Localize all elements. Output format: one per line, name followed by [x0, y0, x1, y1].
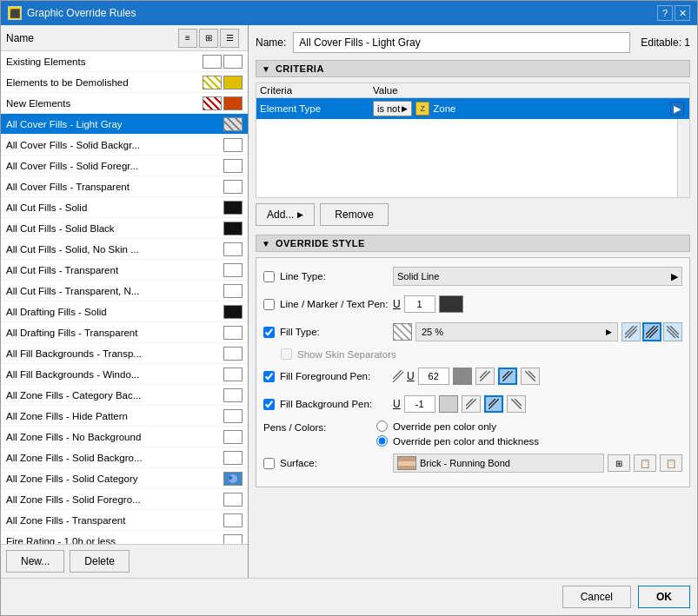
- surface-brick-icon: [397, 456, 416, 470]
- cancel-button[interactable]: Cancel: [562, 586, 631, 608]
- line-marker-row: Line / Marker / Text Pen: U 1: [263, 293, 682, 315]
- ok-button[interactable]: OK: [638, 586, 690, 608]
- list-item[interactable]: All Cut Fills - Transparent: [1, 260, 248, 281]
- surface-icon-btn1[interactable]: ⊞: [608, 454, 630, 472]
- fill-type-arrow-icon: ▶: [606, 328, 612, 336]
- list-item[interactable]: All Drafting Fills - Solid: [1, 301, 248, 322]
- list-item[interactable]: All Cut Fills - Solid Black: [1, 218, 248, 239]
- fill-type-row: Fill Type: 25 % ▶: [263, 321, 682, 343]
- filter-icon[interactable]: ⊞: [199, 29, 218, 48]
- line-type-select[interactable]: Solid Line ▶: [393, 267, 682, 286]
- line-marker-checkbox[interactable]: [263, 299, 275, 310]
- override-section-header[interactable]: ▼ OVERRIDE STYLE: [256, 235, 690, 252]
- criteria-operator[interactable]: is not ▶: [373, 101, 412, 116]
- list-item[interactable]: Fire Rating - 1,0h or less: [1, 531, 248, 544]
- list-item[interactable]: All Cut Fills - Solid: [1, 197, 248, 218]
- sort-icon[interactable]: ≡: [178, 29, 197, 48]
- list-item[interactable]: All Cover Fills - Solid Backgr...: [1, 135, 248, 156]
- line-marker-label: Line / Marker / Text Pen:: [280, 299, 393, 309]
- list-item[interactable]: All Cover Fills - Solid Foregr...: [1, 156, 248, 176]
- fill-type-checkbox[interactable]: [263, 327, 275, 338]
- criteria-scrollbar[interactable]: [677, 119, 689, 197]
- criteria-nav-arrow[interactable]: ▶: [670, 102, 684, 116]
- name-input[interactable]: [293, 32, 630, 53]
- item-name: All Zone Fills - Hide Pattern: [6, 411, 222, 421]
- fill-fg-icon-btn1[interactable]: [475, 368, 495, 385]
- item-swatch: [223, 493, 243, 507]
- close-button[interactable]: ✕: [675, 5, 690, 21]
- remove-button[interactable]: Remove: [320, 203, 389, 226]
- surface-icon-btn3[interactable]: 📋: [660, 454, 682, 472]
- list-item[interactable]: All Zone Fills - Solid Foregro...: [1, 489, 248, 510]
- item-swatch2: [223, 96, 243, 110]
- line-type-checkbox[interactable]: [263, 271, 275, 282]
- fill-bg-checkbox[interactable]: [263, 399, 275, 410]
- radio-pen-color-only[interactable]: Override pen color only: [376, 421, 539, 432]
- list-item[interactable]: Existing Elements: [1, 51, 248, 72]
- help-button[interactable]: ?: [657, 5, 673, 21]
- list-item[interactable]: All Zone Fills - Transparent: [1, 510, 248, 531]
- list-item[interactable]: All Zone Fills - No Background: [1, 427, 248, 447]
- add-button[interactable]: Add... ▶: [256, 203, 315, 226]
- list-item[interactable]: All Drafting Fills - Transparent: [1, 322, 248, 343]
- surface-select[interactable]: Brick - Running Bond: [393, 454, 604, 473]
- item-name: All Cut Fills - Solid: [6, 202, 222, 213]
- line-type-label: Line Type:: [280, 271, 393, 282]
- add-remove-row: Add... ▶ Remove: [256, 203, 690, 226]
- list-item[interactable]: All Zone Fills - Hide Pattern: [1, 406, 248, 427]
- list-item[interactable]: All Fill Backgrounds - Windo...: [1, 364, 248, 385]
- window-bottom: Cancel OK: [1, 578, 697, 615]
- list-item[interactable]: All Zone Fills - Solid Category: [1, 468, 248, 489]
- radio-pen-color-thickness[interactable]: Override pen color and thickness: [376, 435, 539, 447]
- fill-bg-icon-btn3[interactable]: [507, 395, 526, 413]
- line-pen-number[interactable]: 1: [404, 295, 435, 313]
- criteria-data-row[interactable]: Element Type is not ▶ Z Zone ▶: [256, 98, 689, 119]
- list-item[interactable]: All Cut Fills - Transparent, N...: [1, 281, 248, 301]
- add-button-label: Add...: [267, 209, 294, 221]
- fill-bg-row: Fill Background Pen: U -1: [263, 393, 682, 415]
- fill-fg-icon-btn3[interactable]: [521, 368, 540, 385]
- fill-icon-btn-3[interactable]: [663, 322, 682, 341]
- delete-button[interactable]: Delete: [70, 550, 130, 573]
- surface-icon-btn2[interactable]: 📋: [634, 454, 656, 472]
- surface-label: Surface:: [280, 458, 393, 468]
- svg-line-24: [515, 399, 522, 406]
- main-window: ⬛ Graphic Override Rules ? ✕ Name ≡ ⊞ ☰ …: [0, 0, 698, 616]
- fill-bg-icon-btn1[interactable]: [462, 395, 481, 413]
- item-name: All Cover Fills - Light Gray: [6, 119, 222, 129]
- skin-separator-checkbox[interactable]: [281, 348, 292, 360]
- list-item[interactable]: All Fill Backgrounds - Transp...: [1, 343, 248, 364]
- item-swatch2: [223, 76, 243, 89]
- radio-pen-color-thickness-input[interactable]: [376, 435, 388, 447]
- view-icon[interactable]: ☰: [220, 29, 239, 48]
- list-item[interactable]: New Elements: [1, 93, 248, 114]
- pens-colors-row: Pens / Colors: Override pen color only O…: [263, 421, 682, 447]
- list-header: Name ≡ ⊞ ☰: [1, 25, 248, 51]
- item-swatch: [223, 180, 243, 194]
- radio-pen-color-only-input[interactable]: [376, 421, 388, 432]
- list-item[interactable]: All Zone Fills - Category Bac...: [1, 385, 248, 406]
- surface-control: Brick - Running Bond ⊞ 📋 📋: [393, 454, 682, 473]
- list-items[interactable]: Existing Elements Elements to be Demolis…: [1, 51, 248, 544]
- override-arrow-icon: ▼: [262, 239, 270, 248]
- fill-type-select[interactable]: 25 % ▶: [415, 322, 618, 341]
- surface-checkbox[interactable]: [263, 458, 275, 469]
- fill-fg-pen-number[interactable]: 62: [418, 368, 449, 385]
- list-item[interactable]: All Cover Fills - Transparent: [1, 176, 248, 197]
- left-panel: Name ≡ ⊞ ☰ Existing Elements Elements to…: [1, 25, 249, 578]
- item-swatch: [223, 201, 243, 215]
- zone-icon: Z: [415, 102, 429, 116]
- fill-icon-btn-2[interactable]: [642, 322, 661, 341]
- criteria-section-header[interactable]: ▼ CRITERIA: [256, 60, 690, 77]
- list-item[interactable]: All Cut Fills - Solid, No Skin ...: [1, 239, 248, 260]
- surface-value: Brick - Running Bond: [420, 458, 510, 468]
- fill-icon-btn-1[interactable]: [622, 322, 641, 341]
- list-item[interactable]: All Zone Fills - Solid Backgro...: [1, 447, 248, 468]
- fill-bg-icon-btn2[interactable]: [484, 395, 503, 413]
- list-item[interactable]: Elements to be Demolished: [1, 72, 248, 93]
- new-button[interactable]: New...: [6, 550, 64, 573]
- list-item-selected[interactable]: All Cover Fills - Light Gray: [1, 114, 248, 135]
- fill-fg-icon-btn2[interactable]: [498, 368, 517, 385]
- fill-fg-checkbox[interactable]: [263, 371, 275, 382]
- fill-bg-pen-number[interactable]: -1: [404, 395, 435, 413]
